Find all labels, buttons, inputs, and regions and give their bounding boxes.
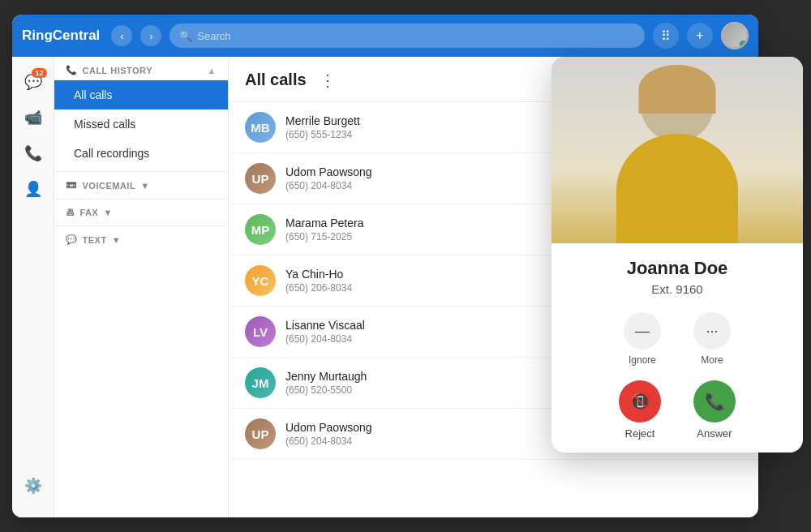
online-indicator [740,41,747,48]
more-options-button[interactable]: ··· [693,312,731,350]
page-title: All calls [245,71,307,89]
top-bar-right: ⠿ + [653,22,749,49]
nav-panel: 📞 CALL HISTORY ▲ All calls Missed calls … [54,57,229,517]
ignore-label: Ignore [629,354,656,366]
phone-small-icon: 📞 [66,65,78,75]
call-history-section-header: 📞 CALL HISTORY ▲ [54,57,228,80]
text-chevron-icon: ▼ [112,235,121,245]
icon-sidebar: 💬 12 📹 📞 👤 ⚙️ [12,57,54,517]
incoming-caller-name: Joanna Doe [564,258,790,279]
user-avatar-button[interactable] [721,22,749,49]
search-bar[interactable]: 🔍 [169,24,645,48]
answer-label: Answer [697,427,732,440]
search-input[interactable] [197,30,635,42]
sidebar-icon-chat[interactable]: 💬 12 [18,66,49,97]
gear-icon: ⚙️ [24,477,42,495]
nav-item-call-recordings-label: Call recordings [74,147,149,160]
fax-section-header: 🖷 FAX ▼ [54,199,228,222]
more-label: More [701,354,723,366]
chevron-up-icon: ▲ [208,66,217,75]
nav-item-missed-calls-label: Missed calls [74,118,135,131]
caller-avatar: UP [245,418,276,449]
contacts-icon: 👤 [24,180,42,198]
nav-item-all-calls[interactable]: All calls [54,80,228,109]
sidebar-icon-phone[interactable]: 📞 [18,138,49,169]
voicemail-section-header: 📼 VOICEMAIL ▼ [54,171,228,195]
video-icon: 📹 [24,109,42,127]
grid-icon-button[interactable]: ⠿ [653,23,679,49]
nav-item-all-calls-label: All calls [74,88,112,101]
grid-icon: ⠿ [661,28,671,44]
app-title: RingCentral [22,28,100,44]
voicemail-icon: 📼 [66,180,78,191]
top-bar: RingCentral ‹ › 🔍 ⠿ + [12,15,758,57]
caller-avatar: MP [245,214,276,245]
card-body: Joanna Doe Ext. 9160 — Ignore ··· More 📵… [551,243,803,453]
sidebar-icon-contacts[interactable]: 👤 [18,174,49,204]
reject-button[interactable]: 📵 [619,380,661,423]
voicemail-chevron-icon: ▼ [140,181,149,191]
fax-icon: 🖷 [66,208,75,217]
fax-chevron-icon: ▼ [103,208,112,217]
add-button[interactable]: + [687,23,713,49]
settings-icon-button[interactable]: ⚙️ [18,470,49,501]
ignore-button[interactable]: — [624,312,661,350]
answer-group: 📞 Answer [693,380,736,440]
text-section-header: 💬 TEXT ▼ [54,225,228,250]
more-options-button[interactable]: ⋮ [315,69,341,92]
ignore-group: — Ignore [624,312,661,366]
phone-icon: 📞 [24,144,42,162]
caller-avatar: UP [245,163,276,194]
nav-item-missed-calls[interactable]: Missed calls [54,109,228,139]
caller-photo [551,57,803,243]
caller-avatar: YC [245,265,276,296]
forward-button[interactable]: › [140,25,161,46]
plus-icon: + [696,28,703,43]
caller-avatar: MB [245,112,276,143]
reject-group: 📵 Reject [619,380,661,440]
caller-avatar: LV [245,316,276,347]
incoming-caller-ext: Ext. 9160 [564,282,790,296]
hair-decoration [639,65,716,114]
more-group: ··· More [693,312,731,366]
nav-item-call-recordings[interactable]: Call recordings [54,139,228,168]
reject-label: Reject [625,427,655,440]
caller-avatar: JM [245,367,276,398]
call-buttons-row: 📵 Reject 📞 Answer [564,380,790,440]
chat-badge: 12 [32,68,46,78]
sidebar-icon-video[interactable]: 📹 [18,102,49,133]
action-row: — Ignore ··· More [564,312,790,366]
answer-button[interactable]: 📞 [693,380,736,423]
incoming-call-card: Joanna Doe Ext. 9160 — Ignore ··· More 📵… [551,57,803,453]
back-button[interactable]: ‹ [111,25,132,46]
text-icon: 💬 [66,234,78,245]
search-icon: 🔍 [179,30,192,42]
